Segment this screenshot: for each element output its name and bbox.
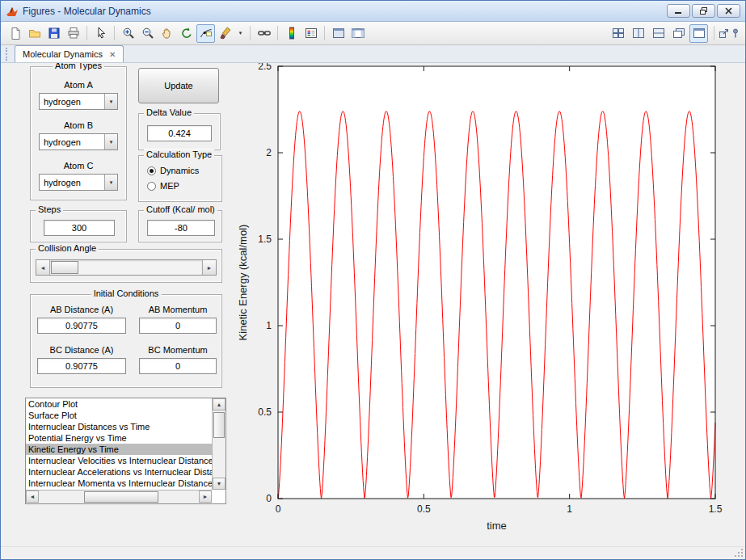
dropdown-button[interactable]: ▼ xyxy=(104,175,117,190)
ab-momentum-input[interactable] xyxy=(139,318,217,334)
delta-value-title: Delta Value xyxy=(144,107,194,117)
pin-button[interactable] xyxy=(730,24,740,43)
svg-text:Kinetic Energy (kcal/mol): Kinetic Energy (kcal/mol) xyxy=(237,225,249,341)
toolbar-separator xyxy=(86,26,87,40)
vertical-scroll-track[interactable] xyxy=(213,411,225,478)
initial-conditions-title: Initial Conditions xyxy=(91,288,162,298)
insert-colorbar-button[interactable] xyxy=(282,24,301,43)
link-plot-icon xyxy=(258,27,271,40)
minimize-icon xyxy=(674,7,683,15)
float-windows-button[interactable] xyxy=(669,24,688,43)
dropdown-button[interactable]: ▼ xyxy=(104,94,117,109)
svg-text:1.5: 1.5 xyxy=(709,503,723,515)
list-item[interactable]: Internuclear Momenta vs Internuclear Dis… xyxy=(26,478,212,489)
list-item[interactable]: Kinetic Energy vs Time xyxy=(26,444,212,455)
listbox-horizontal-scrollbar[interactable]: ◄ ► xyxy=(26,490,212,503)
list-item[interactable]: Potential Energy vs Time xyxy=(26,432,212,444)
list-item[interactable]: Internuclear Velocities vs Internuclear … xyxy=(26,455,212,466)
update-button[interactable]: Update xyxy=(138,68,219,103)
dropdown-button[interactable]: ▼ xyxy=(104,134,117,149)
atom-b-value: hydrogen xyxy=(40,137,104,147)
horizontal-scroll-track[interactable] xyxy=(39,491,199,503)
scroll-up-icon[interactable]: ▲ xyxy=(213,398,225,411)
chevron-down-icon: ▼ xyxy=(109,180,114,185)
vertical-scroll-thumb[interactable] xyxy=(213,412,225,438)
edit-plot-button[interactable] xyxy=(91,24,110,43)
bc-distance-input[interactable] xyxy=(37,358,126,374)
resize-grip[interactable] xyxy=(733,547,744,558)
brush-dropdown-button[interactable]: ▼ xyxy=(235,24,246,43)
link-plot-button[interactable] xyxy=(255,24,273,43)
horizontal-scroll-thumb[interactable] xyxy=(84,491,158,503)
rotate-3d-button[interactable] xyxy=(177,24,196,43)
open-folder-icon xyxy=(28,27,41,40)
kinetic-energy-plot[interactable]: 00.511.500.511.522.5timeKinetic Energy (… xyxy=(234,63,745,546)
atom-c-label: Atom C xyxy=(31,161,126,171)
show-plot-tools-icon xyxy=(352,27,365,40)
scroll-right-icon[interactable]: ► xyxy=(199,491,212,503)
restore-button[interactable] xyxy=(692,4,715,18)
scroll-down-icon[interactable]: ▼ xyxy=(213,478,225,490)
pan-button[interactable] xyxy=(158,24,176,43)
slider-track[interactable] xyxy=(50,260,202,275)
tab-molecular-dynamics[interactable]: Molecular Dynamics ✕ xyxy=(15,45,124,62)
cutoff-input[interactable] xyxy=(147,220,215,236)
close-button[interactable] xyxy=(717,4,740,18)
ab-distance-input[interactable] xyxy=(37,318,126,334)
toolbar-separator xyxy=(324,26,325,40)
maximize-document-button[interactable] xyxy=(689,24,708,43)
open-file-button[interactable] xyxy=(25,24,44,43)
print-figure-button[interactable] xyxy=(64,24,82,43)
tile-windows-button[interactable] xyxy=(609,24,627,43)
hide-plot-tools-button[interactable] xyxy=(329,24,348,43)
window-layout-buttons xyxy=(609,24,708,43)
atom-types-title: Atom Types xyxy=(53,63,104,70)
slider-right-arrow-icon[interactable]: ► xyxy=(202,260,216,275)
figure-toolbar: ▼ xyxy=(1,22,745,45)
scroll-left-icon[interactable]: ◄ xyxy=(26,491,39,503)
atom-types-panel: Atom Types Atom A hydrogen ▼ Atom B hydr… xyxy=(30,66,127,200)
slider-left-arrow-icon[interactable]: ◄ xyxy=(36,260,50,275)
calculation-type-title: Calculation Type xyxy=(144,149,214,159)
radio-label: Dynamics xyxy=(160,166,199,175)
atom-a-dropdown[interactable]: hydrogen ▼ xyxy=(39,93,118,110)
undock-button[interactable] xyxy=(719,24,729,43)
collision-angle-slider[interactable]: ◄ ► xyxy=(36,259,217,276)
hide-plot-tools-icon xyxy=(332,27,345,40)
plot-type-listbox[interactable]: Contour Plot Surface Plot Internuclear D… xyxy=(25,398,226,504)
radio-option-mep[interactable]: MEP xyxy=(147,181,179,191)
list-item[interactable]: Internuclear Distances vs Time xyxy=(26,421,212,432)
brush-button[interactable] xyxy=(216,24,234,43)
list-item[interactable]: Surface Plot xyxy=(26,410,212,421)
title-bar: Figures - Molecular Dynamics xyxy=(1,1,745,22)
listbox-vertical-scrollbar[interactable]: ▲ ▼ xyxy=(212,398,225,490)
new-document-icon xyxy=(9,27,22,40)
new-figure-button[interactable] xyxy=(6,24,24,43)
delta-value-input[interactable] xyxy=(147,125,212,141)
show-plot-tools-button[interactable] xyxy=(348,24,367,43)
dock-grip-handle[interactable] xyxy=(6,48,10,61)
radio-button-icon[interactable] xyxy=(147,182,156,191)
minimize-button[interactable] xyxy=(667,4,690,18)
bc-momentum-input[interactable] xyxy=(139,358,217,374)
save-figure-button[interactable] xyxy=(44,24,63,43)
float-windows-icon xyxy=(673,28,685,39)
zoom-out-button[interactable] xyxy=(138,24,157,43)
radio-option-dynamics[interactable]: Dynamics xyxy=(147,166,199,175)
radio-button-icon[interactable] xyxy=(147,166,156,175)
split-left-right-button[interactable] xyxy=(629,24,647,43)
chevron-down-icon: ▼ xyxy=(109,140,114,145)
listbox-items: Contour Plot Surface Plot Internuclear D… xyxy=(26,398,212,490)
list-item[interactable]: Contour Plot xyxy=(26,398,212,410)
atom-b-dropdown[interactable]: hydrogen ▼ xyxy=(39,133,118,150)
atom-c-dropdown[interactable]: hydrogen ▼ xyxy=(39,174,118,191)
zoom-in-button[interactable] xyxy=(119,24,137,43)
insert-legend-button[interactable] xyxy=(301,24,320,43)
tab-close-icon[interactable]: ✕ xyxy=(109,50,116,59)
bc-distance-label: BC Distance (A) xyxy=(37,345,126,355)
steps-input[interactable] xyxy=(44,220,115,236)
list-item[interactable]: Internuclear Accelerations vs Internucle… xyxy=(26,466,212,478)
slider-thumb[interactable] xyxy=(51,261,78,274)
data-cursor-button[interactable] xyxy=(196,24,215,43)
split-top-bottom-button[interactable] xyxy=(649,24,668,43)
